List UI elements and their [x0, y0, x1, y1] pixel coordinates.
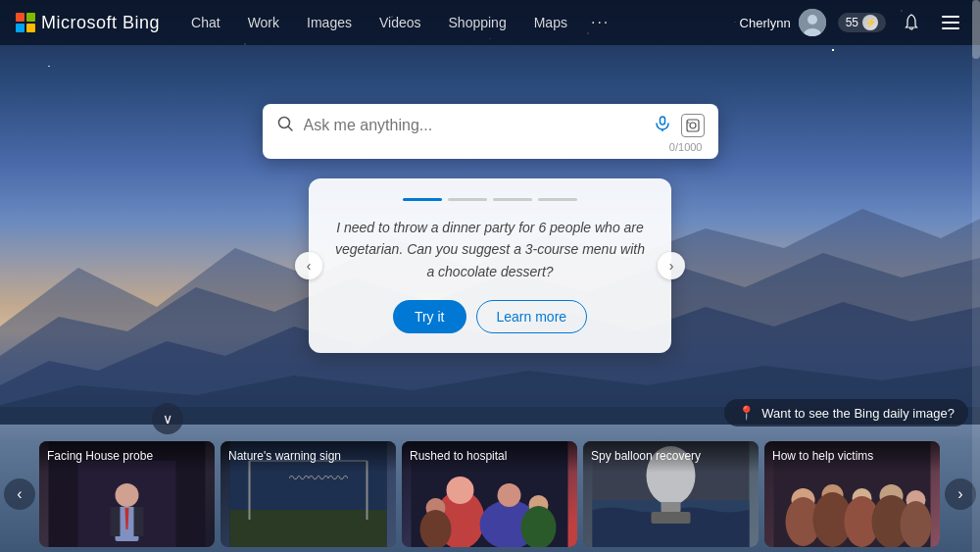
svg-point-17: [116, 483, 139, 507]
news-card-overlay-4: How to help victims: [764, 441, 940, 473]
news-card-overlay-1: Nature's warning sign: [220, 441, 396, 473]
news-card-1[interactable]: 〰〰〰 Nature's warning sign: [220, 441, 396, 547]
news-cards: Facing House probe: [39, 441, 941, 547]
carousel-text: I need to throw a dinner party for 6 peo…: [332, 217, 648, 282]
news-card-title-2: Rushed to hospital: [410, 449, 569, 465]
news-card-3[interactable]: Spy balloon recovery: [583, 441, 759, 547]
learn-more-button[interactable]: Learn more: [476, 300, 588, 333]
menu-lines: [942, 16, 959, 29]
svg-rect-21: [134, 507, 144, 536]
scrollbar[interactable]: [972, 0, 980, 552]
svg-point-13: [690, 123, 696, 128]
user-profile[interactable]: Cherlynn: [740, 9, 826, 36]
news-card-title-4: How to help victims: [772, 449, 932, 465]
points-icon: ⚡: [862, 15, 878, 30]
try-it-button[interactable]: Try it: [393, 300, 466, 333]
carousel-next-button[interactable]: ›: [658, 252, 685, 279]
news-card-overlay-0: Facing House probe: [39, 441, 215, 473]
brand-logo[interactable]: Microsoft Bing: [16, 13, 160, 33]
svg-rect-24: [230, 510, 387, 547]
daily-image-label: Want to see the Bing daily image?: [761, 406, 955, 421]
svg-rect-10: [660, 117, 664, 125]
carousel-dots: [332, 198, 648, 201]
carousel-dot-1[interactable]: [448, 198, 487, 201]
svg-point-53: [901, 501, 932, 547]
news-card-title-1: Nature's warning sign: [228, 449, 388, 465]
nav-item-images[interactable]: Images: [295, 11, 364, 34]
news-card-4[interactable]: How to help victims: [764, 441, 940, 547]
scrollbar-thumb[interactable]: [972, 0, 980, 59]
notification-bell-icon[interactable]: [898, 9, 925, 36]
svg-point-6: [808, 15, 817, 25]
user-avatar: [799, 9, 826, 36]
svg-rect-12: [687, 120, 699, 131]
svg-rect-42: [662, 502, 681, 512]
nav-item-shopping[interactable]: Shopping: [437, 11, 518, 34]
location-icon: 📍: [738, 405, 754, 421]
daily-image-button[interactable]: 📍 Want to see the Bing daily image?: [724, 399, 968, 427]
navbar-right: Cherlynn 55 ⚡: [740, 9, 964, 36]
news-card-overlay-2: Rushed to hospital: [402, 441, 577, 473]
search-input[interactable]: [304, 117, 644, 134]
svg-point-33: [498, 483, 521, 507]
svg-rect-41: [652, 512, 691, 524]
carousel-dot-2[interactable]: [493, 198, 532, 201]
nav-item-chat[interactable]: Chat: [179, 11, 232, 34]
news-strip: ‹ ›: [0, 436, 980, 552]
main-content: 0/1000 ‹ › I need to throw a dinner part…: [0, 45, 980, 353]
search-icon: [276, 115, 294, 137]
news-card-overlay-3: Spy balloon recovery: [583, 441, 759, 473]
carousel-prev-button[interactable]: ‹: [295, 252, 322, 279]
search-box: 0/1000: [263, 104, 718, 159]
points-badge[interactable]: 55 ⚡: [838, 13, 886, 32]
nav-more-button[interactable]: ···: [583, 10, 617, 35]
news-card-title-0: Facing House probe: [47, 449, 207, 465]
news-card-2[interactable]: Rushed to hospital: [402, 441, 577, 547]
collapse-button[interactable]: ∨: [152, 403, 183, 434]
microphone-icon[interactable]: [654, 115, 671, 137]
navbar: Microsoft Bing Chat Work Images Videos S…: [0, 0, 980, 45]
nav-item-maps[interactable]: Maps: [522, 11, 579, 34]
brand-name: Microsoft Bing: [41, 13, 160, 33]
nav-links: Chat Work Images Videos Shopping Maps ··…: [179, 10, 740, 35]
svg-rect-20: [111, 507, 121, 536]
news-card-0[interactable]: Facing House probe: [39, 441, 215, 547]
svg-point-31: [447, 477, 474, 504]
news-card-title-3: Spy balloon recovery: [591, 449, 751, 465]
nav-item-work[interactable]: Work: [236, 11, 291, 34]
collapse-icon: ∨: [163, 411, 172, 427]
carousel-actions: Try it Learn more: [332, 300, 648, 333]
user-name-label: Cherlynn: [740, 16, 791, 30]
microsoft-logo-icon: [16, 13, 35, 32]
char-counter: 0/1000: [276, 141, 705, 153]
news-prev-button[interactable]: ‹: [4, 478, 35, 510]
search-row: [276, 114, 705, 137]
nav-item-videos[interactable]: Videos: [368, 11, 433, 34]
carousel-dot-0[interactable]: [403, 198, 442, 201]
points-count: 55: [846, 16, 858, 29]
hamburger-menu-icon[interactable]: [937, 9, 964, 36]
svg-line-9: [288, 126, 292, 130]
carousel-card: ‹ › I need to throw a dinner party for 6…: [309, 178, 671, 353]
image-search-icon[interactable]: [681, 114, 705, 137]
svg-point-35: [521, 506, 557, 547]
carousel-dot-3[interactable]: [538, 198, 577, 201]
